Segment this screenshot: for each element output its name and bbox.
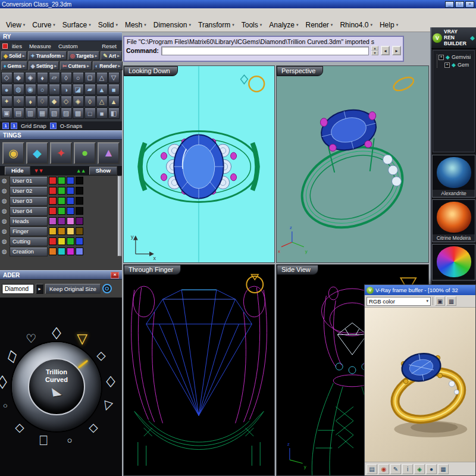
grid-snap-icon[interactable]: 1 [2,123,9,129]
gem-shape-option[interactable]: ◇ [103,371,118,390]
tool-icon[interactable]: □ [84,108,96,119]
spin-down-button[interactable]: ▾ [371,51,378,55]
tool-icon[interactable]: ▩ [73,108,84,119]
tool-icon[interactable]: ♦ [37,72,48,83]
hide-button[interactable]: Hide [5,167,30,175]
menu-item[interactable]: Tools ▾ [238,20,266,30]
layer-color-swatch[interactable] [49,217,57,225]
tool-icon[interactable]: ◈ [25,72,36,83]
layer-row[interactable]: ◍ Heads [0,216,117,226]
layer-color-swatch[interactable] [76,217,83,225]
tool-icon[interactable]: ▥ [25,108,36,119]
gem-material-swatch[interactable] [432,244,475,281]
keep-size-toggle[interactable]: O [102,284,112,293]
gem-type-dropdown[interactable]: Diamond [2,284,34,294]
shelf-category-button[interactable]: ✎ Art ▸ [101,51,121,60]
menu-item[interactable]: Render ▾ [302,20,337,30]
tool-icon[interactable]: ◧ [108,108,120,119]
layer-color-swatch[interactable] [67,207,74,215]
layer-color-swatch[interactable] [76,248,83,255]
loader-close-button[interactable]: × [111,272,119,278]
tool-icon[interactable]: ◆ [13,72,24,83]
layer-color-swatch[interactable] [49,207,57,215]
tool-icon[interactable]: ▣ [1,108,12,119]
layer-color-swatch[interactable] [76,237,83,245]
tool-icon[interactable]: ▽ [108,72,120,83]
frame-buffer-action-button[interactable]: ▦ [438,464,449,474]
viewport-tab-through-finger[interactable]: Through Finger [124,265,181,275]
menu-item[interactable]: Mesh ▾ [121,20,150,30]
tool-icon[interactable]: ◉ [25,84,36,95]
layer-row[interactable]: ◍ User 02 [0,186,117,196]
viewport-through-finger[interactable]: Through Finger [123,264,275,476]
tree-expander-icon[interactable]: + [444,62,450,68]
palette-tool-button[interactable]: ● [74,142,96,164]
layer-color-swatch[interactable] [49,227,57,235]
vray-frame-buffer-window[interactable]: V V-Ray frame buffer - [100% of 32 RGB c… [364,284,476,476]
history-back-button[interactable]: ◂ [381,46,390,55]
maximize-button[interactable]: □ [455,1,464,8]
show-button[interactable]: Show [89,167,117,175]
grid-snap-icon-2[interactable]: 1 [11,123,17,129]
hide-arrows-icon[interactable]: ▼▼ [34,168,43,174]
tool-icon[interactable]: ▧ [49,108,60,119]
layer-row[interactable]: ◍ Cutting [0,236,117,246]
tool-icon[interactable]: ▲ [96,84,108,95]
tool-icon[interactable]: ◆ [49,96,60,107]
palette-tool-button[interactable]: ▲ [98,142,120,164]
tool-icon[interactable]: ◍ [13,84,24,95]
gem-shape-option[interactable]: ♡ [23,331,39,346]
tool-icon[interactable]: ◈ [73,96,84,107]
layer-color-swatch[interactable] [49,237,57,245]
viewport-perspective[interactable]: x y z Perspective [276,65,429,263]
palette-tool-button[interactable]: ◆ [26,142,48,164]
tool-icon[interactable]: ◊ [84,96,96,107]
menu-item[interactable]: Analyze ▾ [265,20,302,30]
tool-icon[interactable]: ▱ [49,72,60,83]
menu-item[interactable]: Help ▾ [376,20,402,30]
gem-shape-option[interactable]: ▽ [74,331,90,346]
layer-row[interactable]: ◍ User 03 [0,196,117,206]
library-close-icon[interactable] [2,43,8,49]
layer-row[interactable]: ◍ User 01 [0,176,117,186]
gem-shape-option[interactable]: □ [36,430,51,450]
tool-icon[interactable]: ◻ [84,72,96,83]
tool-icon[interactable]: ◑ [61,84,72,95]
menu-item[interactable]: View ▾ [2,20,29,30]
tool-icon[interactable]: ◔ [49,84,60,95]
layer-color-swatch[interactable] [58,248,65,255]
close-button[interactable]: × [465,1,474,8]
layer-color-swatch[interactable] [76,207,83,215]
layer-color-swatch[interactable] [58,227,65,235]
tab-measure[interactable]: Measure [26,43,54,49]
tool-icon[interactable]: ◪ [73,84,84,95]
layer-row[interactable]: ◍ Finger [0,226,117,236]
grid-snap-toggle[interactable]: Grid Snap [19,123,48,129]
shelf-category-button[interactable]: ◎ Targets ▸ [68,51,99,60]
minimize-button[interactable]: _ [445,1,454,8]
keep-original-size-button[interactable]: Keep Original Size [45,284,101,294]
frame-buffer-action-button[interactable]: i [402,464,413,474]
gem-shape-option[interactable]: ◇ [49,321,64,342]
tool-icon[interactable]: ● [1,84,12,95]
gem-shape-option[interactable]: ▽ [98,396,118,415]
gem-shape-option[interactable]: ◇ [2,340,22,369]
gem-type-expand-button[interactable]: ▸ [36,284,43,294]
tree-node[interactable]: + ◆ Gemvisi [439,54,473,60]
menu-item[interactable]: Solid ▾ [95,20,121,30]
layer-row[interactable]: ◍ Creation [0,246,117,256]
gem-material-swatch[interactable]: Citrine Medeira [432,199,475,242]
gem-shape-option[interactable]: ◇ [0,369,10,392]
layer-color-swatch[interactable] [58,237,65,245]
frame-buffer-action-button[interactable]: ◉ [378,464,389,474]
o-snaps-icon[interactable]: 1 [50,123,57,129]
layer-color-swatch[interactable] [76,197,83,205]
frame-buffer-titlebar[interactable]: V V-Ray frame buffer - [100% of 32 [365,285,475,295]
layer-color-swatch[interactable] [58,207,65,215]
menu-item[interactable]: Transform ▾ [195,20,238,30]
viewport-tab-perspective[interactable]: Perspective [277,66,323,76]
tool-icon[interactable]: ○ [37,84,48,95]
tool-icon[interactable]: ✦ [1,96,12,107]
viewport-tab-side-view[interactable]: Side View [277,265,318,275]
tool-icon[interactable]: ○ [73,72,84,83]
